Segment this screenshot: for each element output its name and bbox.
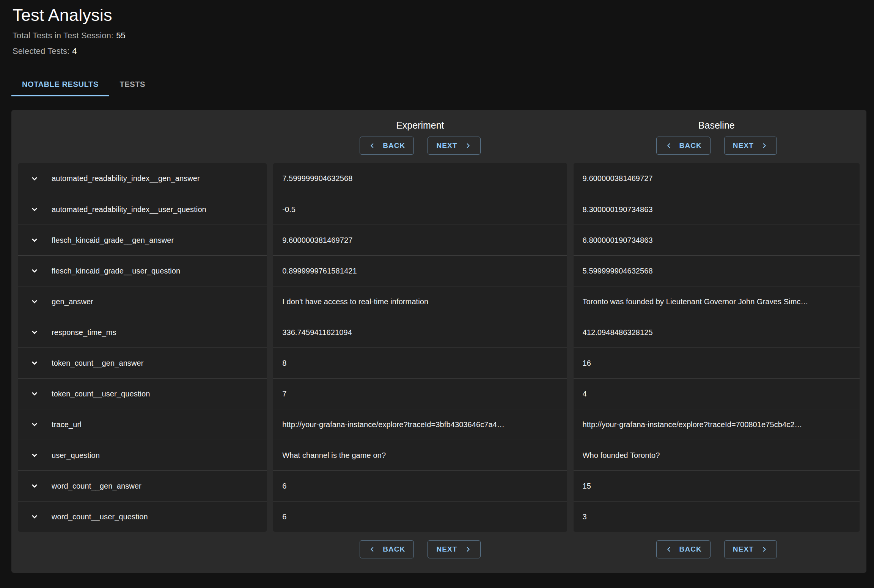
baseline-value-row[interactable]: 15 <box>574 470 860 501</box>
experiment-pager-bottom: BACK NEXT <box>273 540 567 558</box>
experiment-value: 6 <box>282 482 286 491</box>
tab-notable-results-label: NOTABLE RESULTS <box>22 80 99 89</box>
baseline-pager-top: BACK NEXT <box>574 137 860 155</box>
metric-row[interactable]: flesch_kincaid_grade__gen_answer <box>18 225 267 255</box>
chevron-down-icon[interactable] <box>30 481 39 491</box>
back-button-label: BACK <box>383 141 405 150</box>
experiment-value-row[interactable]: 9.600000381469727 <box>273 225 567 255</box>
experiment-value-row[interactable]: 8 <box>273 347 567 378</box>
metric-row[interactable]: automated_readability_index__user_questi… <box>18 194 267 225</box>
chevron-down-icon[interactable] <box>30 327 39 337</box>
baseline-value-row[interactable]: 16 <box>574 347 860 378</box>
chevron-down-icon[interactable] <box>30 358 39 368</box>
next-button-label: NEXT <box>436 141 457 150</box>
baseline-value-row[interactable]: 9.600000381469727 <box>574 163 860 194</box>
chevron-down-icon[interactable] <box>30 450 39 460</box>
chevron-down-icon[interactable] <box>30 420 39 429</box>
experiment-value: 336.7459411621094 <box>282 328 352 337</box>
chevron-left-icon <box>665 546 673 553</box>
chevron-down-icon[interactable] <box>30 174 39 184</box>
metric-row[interactable]: token_count__user_question <box>18 378 267 409</box>
baseline-value: 8.300000190734863 <box>583 205 653 214</box>
metric-row[interactable]: word_count__user_question <box>18 501 267 532</box>
experiment-value: 7 <box>282 390 286 398</box>
baseline-value-row[interactable]: 5.599999904632568 <box>574 255 860 286</box>
next-button-label: NEXT <box>733 545 754 553</box>
baseline-back-button[interactable]: BACK <box>656 137 711 155</box>
baseline-pager-bottom: BACK NEXT <box>574 540 860 558</box>
experiment-back-button[interactable]: BACK <box>360 137 414 155</box>
metric-row[interactable]: automated_readability_index__gen_answer <box>18 163 267 194</box>
tab-tests[interactable]: TESTS <box>109 72 156 96</box>
chevron-down-icon[interactable] <box>30 512 39 522</box>
metric-row[interactable]: flesch_kincaid_grade__user_question <box>18 255 267 286</box>
baseline-value-row[interactable]: 6.800000190734863 <box>574 225 860 255</box>
experiment-value: -0.5 <box>282 205 296 214</box>
experiment-value: 8 <box>282 359 286 368</box>
baseline-next-button[interactable]: NEXT <box>724 137 777 155</box>
chevron-down-icon[interactable] <box>30 235 39 245</box>
experiment-next-button[interactable]: NEXT <box>428 137 480 155</box>
experiment-value-row[interactable]: 7.599999904632568 <box>273 163 567 194</box>
experiment-value-row[interactable]: What channel is the game on? <box>273 440 567 470</box>
metric-name: flesch_kincaid_grade__gen_answer <box>52 236 174 245</box>
metric-name: automated_readability_index__gen_answer <box>52 174 200 183</box>
experiment-value: 7.599999904632568 <box>282 174 352 183</box>
experiment-value-row[interactable]: -0.5 <box>273 194 567 225</box>
tab-notable-results[interactable]: NOTABLE RESULTS <box>11 72 109 96</box>
experiment-next-button[interactable]: NEXT <box>428 540 480 558</box>
experiment-column-title: Experiment <box>273 120 567 131</box>
experiment-value-row[interactable]: 6 <box>273 470 567 501</box>
experiment-value: 6 <box>282 513 286 521</box>
baseline-value-row[interactable]: 8.300000190734863 <box>574 194 860 225</box>
metric-row[interactable]: word_count__gen_answer <box>18 470 267 501</box>
experiment-value-row[interactable]: I don't have access to real-time informa… <box>273 286 567 317</box>
metric-name: flesch_kincaid_grade__user_question <box>52 267 180 275</box>
metric-name: word_count__gen_answer <box>52 482 141 491</box>
total-tests-value: 55 <box>116 31 126 40</box>
chevron-down-icon[interactable] <box>30 266 39 276</box>
baseline-value: Toronto was founded by Lieutenant Govern… <box>583 297 808 306</box>
baseline-value-row[interactable]: 412.0948486328125 <box>574 317 860 347</box>
metric-row[interactable]: trace_url <box>18 409 267 440</box>
next-button-label: NEXT <box>436 545 457 553</box>
chevron-down-icon[interactable] <box>30 204 39 214</box>
chevron-right-icon <box>464 546 472 553</box>
baseline-next-button[interactable]: NEXT <box>724 540 777 558</box>
selected-tests-label: Selected Tests: <box>13 46 69 56</box>
experiment-value-row[interactable]: 0.8999999761581421 <box>273 255 567 286</box>
baseline-value: 412.0948486328125 <box>583 328 653 337</box>
chevron-down-icon[interactable] <box>30 297 39 307</box>
metric-row[interactable]: gen_answer <box>18 286 267 317</box>
chevron-right-icon <box>761 546 768 553</box>
baseline-value: Who founded Toronto? <box>583 451 660 460</box>
metric-name: user_question <box>52 451 100 460</box>
baseline-back-button[interactable]: BACK <box>656 540 711 558</box>
baseline-card: 9.600000381469727 8.300000190734863 6.80… <box>574 163 860 532</box>
experiment-pager-top: BACK NEXT <box>273 137 567 155</box>
chevron-down-icon[interactable] <box>30 389 39 399</box>
total-tests-line: Total Tests in Test Session:55 <box>13 31 874 41</box>
baseline-column-title: Baseline <box>574 120 860 131</box>
baseline-value: 5.599999904632568 <box>583 267 653 275</box>
baseline-value-row[interactable]: 3 <box>574 501 860 532</box>
baseline-value-row[interactable]: 4 <box>574 378 860 409</box>
experiment-value-row[interactable]: http://your-grafana-instance/explore?tra… <box>273 409 567 440</box>
metric-row[interactable]: response_time_ms <box>18 317 267 347</box>
experiment-value-row[interactable]: 7 <box>273 378 567 409</box>
back-button-label: BACK <box>383 545 405 553</box>
metric-row[interactable]: token_count__gen_answer <box>18 347 267 378</box>
experiment-value-row[interactable]: 336.7459411621094 <box>273 317 567 347</box>
baseline-value-row[interactable]: http://your-grafana-instance/explore?tra… <box>574 409 860 440</box>
page-header: Test Analysis Total Tests in Test Sessio… <box>0 0 874 56</box>
metric-name: trace_url <box>52 420 82 429</box>
baseline-value: http://your-grafana-instance/explore?tra… <box>583 420 802 429</box>
metric-row[interactable]: user_question <box>18 440 267 470</box>
total-tests-label: Total Tests in Test Session: <box>13 31 113 40</box>
baseline-value: 9.600000381469727 <box>583 174 653 183</box>
baseline-value-row[interactable]: Who founded Toronto? <box>574 440 860 470</box>
experiment-value-row[interactable]: 6 <box>273 501 567 532</box>
baseline-value: 6.800000190734863 <box>583 236 653 245</box>
experiment-back-button[interactable]: BACK <box>360 540 414 558</box>
baseline-value-row[interactable]: Toronto was founded by Lieutenant Govern… <box>574 286 860 317</box>
